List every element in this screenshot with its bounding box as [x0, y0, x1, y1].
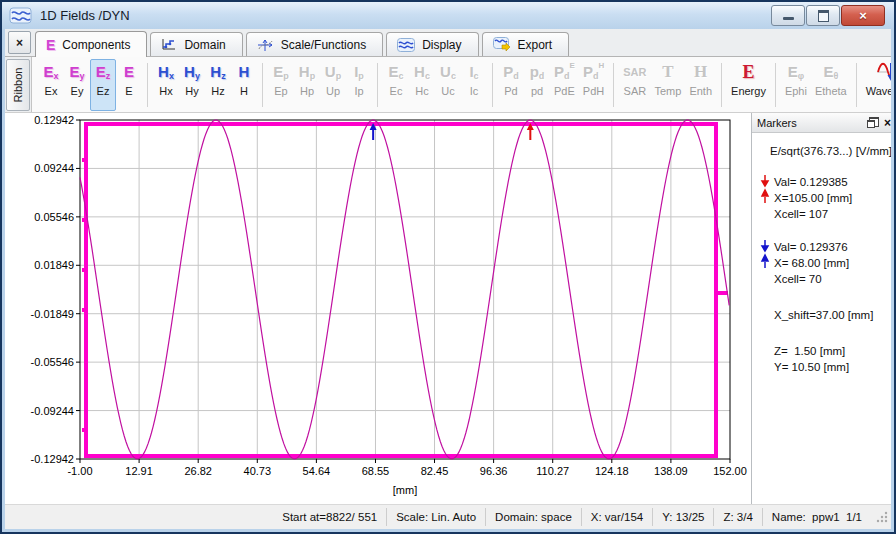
close-panel-icon[interactable]: ×	[884, 117, 891, 129]
glyph-main: H	[414, 62, 425, 82]
ribbon-button-etheta: EθEtheta	[811, 59, 851, 111]
glyph-subscript: c	[425, 69, 430, 83]
glyph-main: E	[823, 62, 833, 82]
ribbon-glyph-hy: Hy	[184, 61, 200, 83]
group-separator	[492, 63, 493, 107]
ribbon-button-pde: PdEPdE	[550, 59, 579, 111]
ribbon-glyph-pd: Pd	[503, 61, 519, 83]
ribbon-glyph-energy: E	[742, 61, 754, 83]
glyph-subscript: d	[564, 69, 570, 83]
ribbon-button-sar: SARSAR	[619, 59, 650, 111]
glyph-main: E	[388, 62, 398, 82]
ribbon-button-pdh: PdHPdH	[579, 59, 608, 111]
group-separator	[377, 63, 378, 107]
ribbon-glyph-temp: T	[662, 61, 673, 83]
x-tick-label: 82.45	[421, 465, 449, 477]
ribbon-button-up: UpUp	[320, 59, 346, 111]
ribbon-glyph-h: H	[239, 61, 250, 83]
ribbon-button-h[interactable]: HH	[231, 59, 257, 111]
glyph-main: E	[788, 62, 798, 82]
app-window: 1D Fields /DYN × × EComponentsDomainScal…	[0, 0, 896, 534]
tab-label-components: Components	[62, 38, 130, 52]
glyph-main: U	[440, 62, 451, 82]
close-button[interactable]: ×	[841, 5, 885, 26]
ribbon-label-waveform: Waveform	[866, 85, 891, 98]
status-field-3: X: var/154	[581, 508, 652, 526]
minimize-button[interactable]	[771, 5, 805, 26]
glyph-subscript: p	[310, 69, 316, 83]
tab-export[interactable]: Export	[482, 32, 570, 56]
plot-area[interactable]: -1.0012.9126.8240.7354.6468.5582.4596.36…	[5, 113, 751, 504]
ribbon-button-enth: HEnth	[685, 59, 716, 111]
ribbon-label-energy: Energy	[731, 85, 766, 98]
resize-grip-icon[interactable]	[876, 509, 889, 527]
group-separator	[262, 63, 263, 107]
glyph-main: H	[184, 62, 195, 82]
glyph-subscript: θ	[833, 69, 838, 83]
ribbon-label-ez: Ez	[97, 85, 110, 98]
ribbon-glyph-ez: Ez	[96, 61, 111, 83]
ribbon-button-e[interactable]: EE	[116, 59, 142, 111]
ribbon-side-tab-label: Ribbon	[12, 68, 24, 103]
glyph-superscript: H	[598, 61, 604, 71]
close-ribbon-button[interactable]: ×	[8, 31, 31, 54]
ribbon-glyph-pd: pd	[530, 61, 545, 83]
glyph-subscript: d	[539, 69, 545, 83]
field-curve	[80, 120, 729, 459]
x-axis-unit-label: [mm]	[393, 484, 417, 496]
marker-entry: Val= 0.129376X= 68.00 [mm]Xcell= 70	[759, 239, 891, 287]
ribbon-button-hy[interactable]: HyHy	[179, 59, 205, 111]
ribbon-label-pd: pd	[531, 85, 543, 98]
ribbon-button-ez[interactable]: EzEz	[90, 59, 116, 111]
ribbon-button-hz[interactable]: HzHz	[205, 59, 231, 111]
ribbon-label-ip: Ip	[354, 85, 363, 98]
ribbon-label-pd: Pd	[504, 85, 517, 98]
display-tab-icon	[397, 38, 415, 52]
ribbon-glyph-hp: Hp	[299, 61, 315, 83]
ribbon-button-temp: TTemp	[651, 59, 686, 111]
tab-display[interactable]: Display	[386, 32, 478, 56]
x-tick-label: 54.64	[303, 465, 331, 477]
glyph-main: P	[503, 62, 513, 82]
ribbon-button-ec: EcEc	[383, 59, 409, 111]
export-tab-icon	[493, 37, 511, 52]
ribbon-button-energy[interactable]: EEnergy	[727, 59, 770, 111]
ribbon-side-tab[interactable]: Ribbon	[6, 59, 30, 111]
marker-quantity-label: E/sqrt(376.73...) [V/mm]	[770, 145, 891, 157]
markers-panel-titlebar: Markers ×	[752, 113, 891, 133]
ribbon-glyph-ec: Ec	[388, 61, 403, 83]
x-tick-label: 68.55	[362, 465, 390, 477]
group-separator	[721, 63, 722, 107]
ribbon-button-hx[interactable]: HxHx	[153, 59, 179, 111]
group-separator	[613, 63, 614, 107]
waveform-icon	[876, 61, 891, 83]
marker-line: X= 68.00 [mm]	[774, 255, 849, 271]
glyph-main: E	[273, 62, 283, 82]
marker-line: Val= 0.129376	[774, 239, 849, 255]
glyph-subscript: c	[451, 69, 456, 83]
tab-scale-functions[interactable]: Scale/Functions	[246, 32, 383, 56]
glyph-subscript: p	[358, 69, 364, 83]
minimize-icon	[783, 17, 794, 20]
float-panel-icon[interactable]	[867, 117, 879, 128]
field-plot[interactable]: -1.0012.9126.8240.7354.6468.5582.4596.36…	[5, 113, 751, 504]
ribbon-label-up: Up	[326, 85, 340, 98]
glyph-main: E	[43, 62, 53, 82]
tab-label-domain: Domain	[184, 38, 225, 52]
ribbon-glyph-sar: SAR	[623, 61, 646, 83]
ribbon-button-ex[interactable]: ExEx	[38, 59, 64, 111]
ribbon-button-pd: pdpd	[524, 59, 550, 111]
tab-components[interactable]: EComponents	[35, 31, 147, 57]
restore-button[interactable]	[806, 5, 840, 26]
tab-label-scale-functions: Scale/Functions	[281, 38, 366, 52]
glyph-main: T	[662, 62, 673, 82]
title-bar: 1D Fields /DYN ×	[2, 2, 894, 29]
glyph-main: H	[299, 62, 310, 82]
restore-icon	[818, 10, 829, 22]
ribbon-button-waveform[interactable]: Waveform	[862, 59, 891, 111]
ribbon-glyph-up: Up	[325, 61, 341, 83]
tab-domain[interactable]: Domain	[150, 32, 242, 56]
glyph-main: P	[554, 62, 564, 82]
glyph-subscript: φ	[798, 69, 804, 83]
ribbon-button-ey[interactable]: EyEy	[64, 59, 90, 111]
